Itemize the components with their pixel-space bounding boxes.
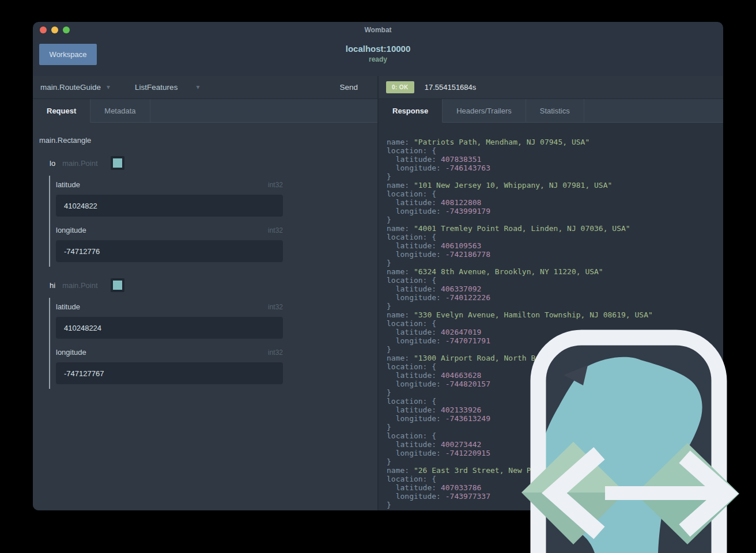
zoom-button[interactable] [63,26,70,33]
field-group-hi: hi main.Point latitude int32 [33,278,377,389]
service-select[interactable]: main.RouteGuide ▾ [40,83,110,92]
response-line: longitude: -742186778 [387,250,723,259]
field-label: longitude [56,348,86,357]
field-group-lo: lo main.Point latitude int32 [33,156,377,267]
field-label: latitude [56,180,80,189]
wombat-logo [519,320,749,553]
response-line: latitude: 406109563 [387,241,723,250]
method-select[interactable]: ListFeatures ▾ [135,83,199,92]
tab-statistics[interactable]: Statistics [526,99,584,123]
response-line: longitude: -740122226 [387,293,723,302]
response-line: longitude: -743999179 [387,207,723,215]
tab-headers-trailers[interactable]: Headers/Trailers [443,99,526,123]
longitude-input[interactable] [56,362,283,384]
response-line: name: "330 Evelyn Avenue, Hamilton Towns… [387,310,723,319]
field-latitude: latitude int32 [56,180,283,217]
app-header: Workspace localhost:10000 ready [33,38,723,76]
message-type-label: main.Rectangle [39,136,377,145]
desktop: { "window": { "title": "Wombat" }, "head… [0,0,756,553]
response-line: latitude: 406337092 [387,285,723,293]
group-name-label: lo [50,159,55,168]
group-header: lo main.Point [50,156,377,170]
point-checkbox[interactable] [111,156,124,170]
tab-strip-filler [584,99,723,123]
field-longitude: longitude int32 [56,348,283,384]
response-line: name: "Patriots Path, Mendham, NJ 07945,… [387,138,723,146]
response-line: name: "6324 8th Avenue, Brooklyn, NY 112… [387,267,723,276]
field-longitude: longitude int32 [56,226,283,262]
checkbox-check-icon [113,158,122,168]
response-line: location: { [387,276,723,285]
response-line: location: { [387,190,723,198]
response-line: location: { [387,146,723,155]
duration-label: 17.554151684s [425,83,477,92]
field-label: longitude [56,226,86,234]
close-button[interactable] [40,26,47,33]
response-line: name: "101 New Jersey 10, Whippany, NJ 0… [387,181,723,190]
tab-metadata[interactable]: Metadata [90,99,150,123]
service-select-value: main.RouteGuide [40,83,101,92]
group-type-label: main.Point [62,281,97,290]
response-line: longitude: -746143763 [387,164,723,172]
field-type-label: int32 [268,226,283,234]
latitude-input[interactable] [56,317,283,339]
group-header: hi main.Point [50,278,377,292]
group-body: latitude int32 longitude int32 [49,176,283,267]
response-tab-strip: Response Headers/Trailers Statistics [379,99,723,123]
response-line: } [387,302,723,310]
tab-strip-filler [150,99,378,123]
request-pane: main.RouteGuide ▾ ListFeatures ▾ Send Re… [33,76,377,510]
request-toolbar: main.RouteGuide ▾ ListFeatures ▾ Send [33,76,377,99]
tab-request[interactable]: Request [33,99,90,123]
status-badge: 0: OK [386,81,414,93]
field-label: latitude [56,302,80,311]
response-line: } [387,259,723,267]
request-tab-strip: Request Metadata [33,99,377,123]
response-line: } [387,172,723,181]
group-name-label: hi [50,281,55,290]
request-form: main.Rectangle lo main.Point latitude in… [33,123,377,510]
response-toolbar: 0: OK 17.554151684s [379,76,723,99]
field-latitude: latitude int32 [56,302,283,339]
longitude-input[interactable] [56,240,283,262]
field-type-label: int32 [268,349,283,357]
minimize-button[interactable] [51,26,58,33]
method-select-value: ListFeatures [135,83,177,92]
checkbox-check-icon [113,281,122,290]
response-line: name: "4001 Tremley Point Road, Linden, … [387,224,723,233]
window-title: Wombat [33,22,723,34]
response-line: location: { [387,233,723,241]
title-bar: Wombat [33,22,723,38]
response-line: latitude: 408122808 [387,198,723,207]
traffic-lights [40,26,70,33]
latitude-input[interactable] [56,195,283,217]
group-type-label: main.Point [62,159,97,168]
field-type-label: int32 [268,303,283,311]
group-body: latitude int32 longitude int32 [49,298,283,389]
send-button[interactable]: Send [339,83,358,92]
server-address: localhost:10000 [33,44,723,54]
response-line: latitude: 407838351 [387,155,723,164]
field-type-label: int32 [268,181,283,189]
connection-state: ready [33,55,723,63]
tab-response[interactable]: Response [379,99,443,123]
chevron-down-icon: ▾ [196,84,199,90]
point-checkbox[interactable] [111,278,124,292]
connection-status: localhost:10000 ready [33,44,723,63]
response-line: } [387,215,723,224]
chevron-down-icon: ▾ [107,84,110,90]
